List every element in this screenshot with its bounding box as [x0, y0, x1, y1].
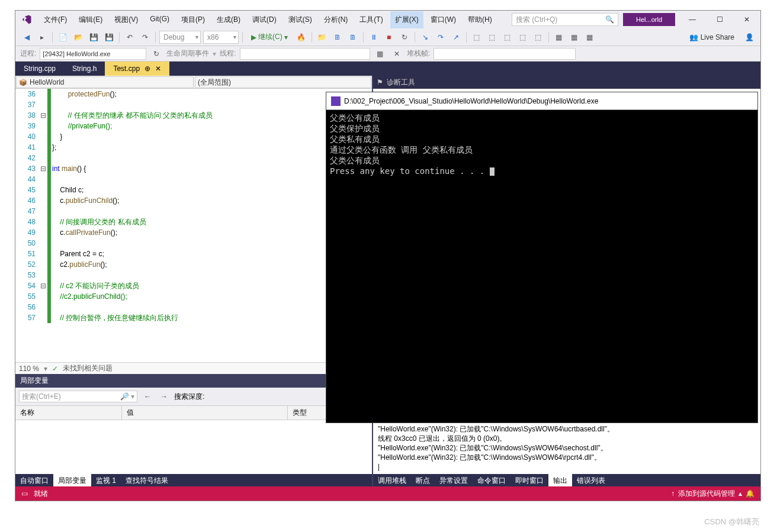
locals-col[interactable]: 值	[122, 406, 288, 420]
nav-next-icon[interactable]: →	[158, 390, 171, 403]
code-editor[interactable]: 3637383940414243444546474849505152535455…	[15, 89, 372, 362]
step-over-icon[interactable]: ↷	[434, 31, 447, 44]
thread-tool2-icon[interactable]: ✕	[390, 47, 403, 60]
main-toolbar: ◀ ▸ 📄 📂 💾 💾 ↶ ↷ Debug x86 ▶ 继续(C) ▾ 🔥 📁 …	[15, 28, 760, 46]
new-project-icon[interactable]: 📄	[56, 31, 69, 44]
panel-tab[interactable]: 异常设置	[435, 474, 473, 486]
nav-prev-icon[interactable]: ←	[141, 390, 154, 403]
right-panel-header: ⚑ 诊断工具	[373, 76, 760, 89]
tool-h-icon[interactable]: ▦	[583, 31, 596, 44]
locals-search[interactable]: 搜索(Ctrl+E)🔎 ▾	[19, 391, 137, 402]
maximize-button[interactable]: ☐	[706, 11, 733, 28]
config-select[interactable]: Debug	[159, 31, 201, 44]
restart-icon[interactable]: ↻	[398, 31, 411, 44]
admin-icon[interactable]: 👤	[743, 31, 756, 44]
lifecycle-label: 生命周期事件	[166, 49, 209, 59]
add-source-control[interactable]: 添加到源代码管理	[678, 489, 735, 499]
thread-tool-icon[interactable]: ▦	[374, 47, 387, 60]
menu-3[interactable]: Git(G)	[145, 11, 174, 28]
save-icon[interactable]: 💾	[87, 31, 100, 44]
process-label: 进程:	[20, 49, 36, 59]
menu-5[interactable]: 生成(B)	[212, 11, 245, 28]
doc-tab[interactable]: String.cpp	[15, 62, 64, 76]
continue-button[interactable]: ▶ 继续(C) ▾	[246, 32, 293, 42]
panel-tab[interactable]: 监视 1	[91, 474, 121, 486]
folder-icon[interactable]: 📁	[316, 31, 329, 44]
ready-icon: ▭	[21, 489, 28, 498]
live-share-button[interactable]: 👥 Live Share	[689, 33, 734, 41]
process-select[interactable]: [29432] HelloWorld.exe	[40, 48, 146, 60]
panel-tab[interactable]: 断点	[411, 474, 435, 486]
search-icon: 🔍	[605, 15, 614, 24]
menu-1[interactable]: 编辑(E)	[74, 11, 107, 28]
menu-9[interactable]: 工具(T)	[355, 11, 387, 28]
menu-7[interactable]: 测试(S)	[284, 11, 317, 28]
nav-back-icon[interactable]: ◀	[20, 31, 33, 44]
menu-12[interactable]: 帮助(H)	[463, 11, 497, 28]
console-window: D:\002_Project\006_Visual_Studio\HelloWo…	[326, 92, 758, 423]
panel-tab[interactable]: 命令窗口	[473, 474, 510, 486]
menu-6[interactable]: 调试(D)	[248, 11, 281, 28]
nav-fwd-icon[interactable]: ▸	[36, 31, 49, 44]
menu-11[interactable]: 窗口(W)	[426, 11, 461, 28]
document-tabs: String.cppString.hTest.cpp⊕✕	[15, 62, 760, 76]
thread-select[interactable]	[240, 48, 370, 60]
depth-select[interactable]	[208, 391, 243, 402]
quick-search[interactable]: 搜索 (Ctrl+Q) 🔍	[512, 13, 618, 26]
panel-tab[interactable]: 调用堆栈	[373, 474, 411, 486]
panel-tab[interactable]: 错误列表	[572, 474, 610, 486]
solution-name-badge[interactable]: Hel...orld	[623, 13, 675, 26]
menu-8[interactable]: 分析(N)	[319, 11, 353, 28]
stop-icon[interactable]: ■	[383, 31, 396, 44]
platform-select[interactable]: x86	[203, 31, 239, 44]
open-icon[interactable]: 📂	[72, 31, 85, 44]
tool-c-icon[interactable]: ⬚	[501, 31, 514, 44]
menu-4[interactable]: 项目(P)	[176, 11, 210, 28]
nav-project[interactable]: 📦 HelloWorld	[16, 76, 194, 88]
menu-10[interactable]: 扩展(X)	[390, 11, 423, 28]
hot-reload-icon[interactable]: 🔥	[295, 31, 308, 44]
panel-tab[interactable]: 即时窗口	[510, 474, 548, 486]
console-titlebar[interactable]: D:\002_Project\006_Visual_Studio\HelloWo…	[326, 92, 757, 110]
tool-g-icon[interactable]: ▦	[568, 31, 581, 44]
nav-scope[interactable]: (全局范围)	[195, 76, 371, 88]
notification-icon[interactable]: 🔔	[746, 489, 754, 498]
tool-e-icon[interactable]: ⬚	[532, 31, 545, 44]
step-out-icon[interactable]: ↗	[449, 31, 463, 44]
minimize-button[interactable]: —	[679, 11, 706, 28]
step-into-icon[interactable]: ↘	[419, 31, 432, 44]
locals-columns: 名称值类型	[15, 406, 372, 420]
panel-tab[interactable]: 查找符号结果	[121, 474, 173, 486]
diag-tag-icon: ⚑	[377, 78, 383, 86]
pause-icon[interactable]: ⏸	[367, 31, 380, 44]
navigation-bar: 📦 HelloWorld (全局范围)	[15, 76, 372, 89]
panel-tab[interactable]: 局部变量	[53, 474, 91, 486]
menu-2[interactable]: 视图(V)	[110, 11, 143, 28]
zoom-level[interactable]: 110 %	[19, 365, 39, 373]
tool-b-icon[interactable]: ⬚	[486, 31, 499, 44]
stackframe-label: 堆栈帧:	[407, 49, 430, 59]
panel-tab[interactable]: 输出	[548, 474, 572, 486]
panel-tab[interactable]: 自动窗口	[15, 474, 53, 486]
tool-f-icon[interactable]: ▦	[553, 31, 566, 44]
locals-col[interactable]: 名称	[15, 406, 122, 420]
close-button[interactable]: ✕	[733, 11, 760, 28]
doc-tab[interactable]: String.h	[64, 62, 105, 76]
menu-0[interactable]: 文件(F)	[39, 11, 72, 28]
doc2-icon[interactable]: 🗎	[346, 31, 359, 44]
output-body[interactable]: "HelloWorld.exe"(Win32): 已加载"C:\Windows\…	[373, 422, 760, 474]
locals-title: 局部变量	[15, 374, 372, 388]
depth-label: 搜索深度:	[174, 392, 204, 402]
console-output[interactable]: 父类公有成员 父类保护成员 父类私有成员 通过父类公有函数 调用 父类私有成员 …	[326, 110, 757, 423]
doc-tab[interactable]: Test.cpp⊕✕	[105, 62, 169, 76]
stackframe-select[interactable]	[434, 48, 576, 60]
save-all-icon[interactable]: 💾	[102, 31, 115, 44]
pin-icon[interactable]: ⊕	[145, 65, 150, 73]
tool-a-icon[interactable]: ⬚	[470, 31, 483, 44]
doc-icon[interactable]: 🗎	[331, 31, 344, 44]
tool-d-icon[interactable]: ⬚	[516, 31, 529, 44]
undo-icon[interactable]: ↶	[123, 31, 136, 44]
refresh-icon[interactable]: ↻	[150, 47, 163, 60]
redo-icon[interactable]: ↷	[139, 31, 152, 44]
close-tab-icon[interactable]: ✕	[155, 65, 161, 73]
